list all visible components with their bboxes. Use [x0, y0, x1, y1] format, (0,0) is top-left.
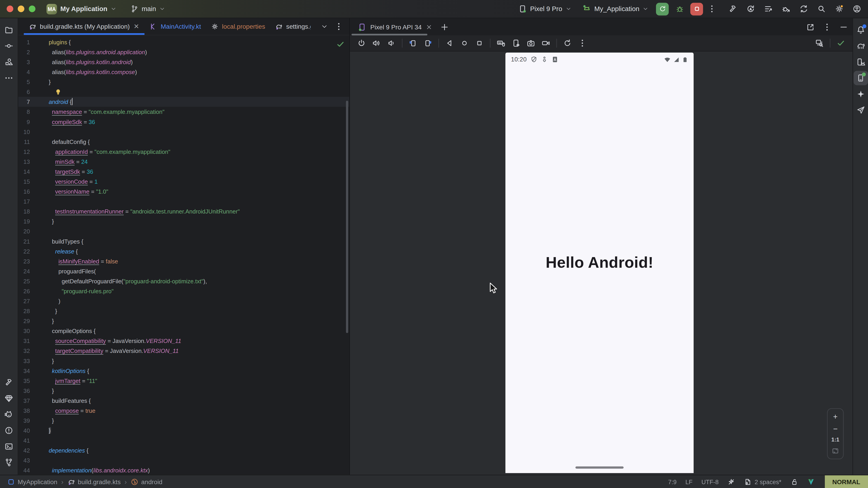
stop-button[interactable]	[690, 2, 703, 15]
hide-icon[interactable]	[839, 22, 848, 31]
inspections-ok-button[interactable]	[835, 37, 847, 49]
attach-debugger-icon[interactable]	[782, 4, 790, 13]
account-icon[interactable]	[852, 4, 861, 13]
tool-stripe-notifications[interactable]	[853, 23, 868, 37]
zoom-reset-button[interactable]: 1:1	[831, 437, 839, 443]
build-icon[interactable]	[728, 4, 737, 13]
device-rotate-right-button[interactable]	[422, 37, 434, 49]
ideavim-icon[interactable]	[807, 478, 814, 486]
screen-record-icon[interactable]	[541, 39, 550, 47]
device-rotate-left-button[interactable]	[407, 37, 419, 49]
tab-options-icon[interactable]	[334, 22, 343, 31]
device-power-button[interactable]	[355, 37, 368, 49]
settings-icon[interactable]	[835, 4, 844, 13]
rerun-button[interactable]	[656, 2, 669, 15]
breadcrumb-item[interactable]: android	[131, 478, 162, 486]
run-configuration-selector[interactable]: My_Application	[579, 3, 652, 15]
tool-stripe-device-manager[interactable]	[853, 55, 868, 69]
vim-mode-badge[interactable]: NORMAL	[825, 475, 868, 488]
zoom-in-button[interactable]: +	[833, 413, 837, 421]
update-arrows-icon[interactable]	[799, 4, 808, 13]
gear-file-icon[interactable]	[211, 23, 219, 30]
zoom-to-fit-icon[interactable]	[831, 447, 839, 455]
intention-bulb-icon[interactable]	[54, 88, 62, 96]
search-everywhere-icon[interactable]	[817, 4, 826, 13]
inspections-ok-icon[interactable]	[836, 39, 845, 47]
screenshot-icon[interactable]	[526, 39, 535, 47]
volume-up-icon[interactable]	[372, 39, 381, 47]
navigation-handle[interactable]	[576, 466, 624, 468]
minimize-window-button[interactable]	[18, 5, 24, 12]
close-tab-icon[interactable]: ✕	[133, 23, 140, 30]
tool-stripe-send-feedback[interactable]	[853, 103, 868, 118]
build-icon[interactable]	[4, 378, 13, 387]
ai-assistant-off-icon[interactable]	[727, 478, 735, 486]
device-nav-back-button[interactable]	[443, 37, 456, 49]
vcs-branch-widget[interactable]: main	[127, 3, 168, 14]
device-restart-button[interactable]	[561, 37, 574, 49]
more-vertical-icon[interactable]	[823, 22, 831, 31]
notifications-icon[interactable]	[856, 26, 865, 34]
project-folder-icon[interactable]	[4, 26, 13, 34]
device-screen-record-button[interactable]	[540, 37, 552, 49]
tool-stripe-build[interactable]	[2, 375, 16, 390]
send-feedback-icon[interactable]	[856, 106, 865, 115]
device-nav-home-button[interactable]	[458, 37, 471, 49]
device-volume-up-button[interactable]	[370, 37, 382, 49]
gradle-file-icon[interactable]	[67, 478, 75, 486]
logcat-icon[interactable]	[4, 410, 13, 419]
project-widget[interactable]: MA My Application	[43, 2, 120, 16]
nav-overview-icon[interactable]	[475, 39, 484, 47]
gradle-file-icon[interactable]	[29, 23, 36, 30]
commit-icon[interactable]	[4, 41, 13, 51]
more-tools-icon[interactable]	[4, 74, 13, 83]
device-hardware-input-button[interactable]	[495, 37, 507, 49]
tool-stripe-running-devices[interactable]	[853, 71, 868, 85]
running-devices-icon[interactable]	[856, 74, 865, 83]
breadcrumb-item[interactable]: build.gradle.kts	[67, 478, 121, 486]
rotate-left-icon[interactable]	[408, 39, 417, 47]
lambda-icon[interactable]	[131, 478, 138, 486]
zoom-out-button[interactable]: −	[833, 425, 837, 432]
profiler-icon[interactable]	[764, 4, 773, 13]
tool-stripe-resource-manager[interactable]	[2, 55, 16, 69]
restart-icon[interactable]	[563, 39, 572, 47]
device-manager-icon[interactable]	[856, 58, 865, 66]
device-more-vertical-button[interactable]	[576, 37, 588, 49]
tool-stripe-project-folder[interactable]	[2, 23, 16, 37]
more-vertical-icon[interactable]	[578, 39, 587, 47]
caret-position[interactable]: 7:9	[668, 478, 677, 485]
line-separator[interactable]: LF	[685, 478, 692, 485]
zoom-window-button[interactable]	[29, 5, 35, 12]
problems-icon[interactable]	[4, 426, 13, 435]
module-icon[interactable]	[7, 478, 15, 486]
more-actions-icon[interactable]	[708, 4, 716, 13]
device-volume-down-button[interactable]	[385, 37, 397, 49]
close-icon[interactable]	[426, 24, 432, 30]
tool-stripe-version-control[interactable]	[2, 455, 16, 470]
device-nav-overview-button[interactable]	[473, 37, 486, 49]
indent-widget[interactable]: 2 spaces*	[744, 478, 781, 486]
nav-back-icon[interactable]	[445, 39, 454, 47]
inspections-status-icon[interactable]	[336, 40, 345, 48]
volume-down-icon[interactable]	[387, 39, 396, 47]
resource-manager-icon[interactable]	[4, 58, 13, 66]
ui-check-button[interactable]	[813, 37, 826, 49]
sync-project-icon[interactable]	[746, 4, 755, 13]
debug-button[interactable]	[673, 2, 686, 15]
gradle-icon[interactable]	[856, 41, 865, 51]
lock-open-icon[interactable]	[790, 478, 798, 486]
file-encoding[interactable]: UTF-8	[702, 478, 719, 485]
editor-tab-settings.g[interactable]: settings.g	[270, 18, 315, 35]
editor-tab-MainActivity.kt[interactable]: MainActivity.kt	[145, 18, 206, 35]
device-screenshot-button[interactable]	[525, 37, 537, 49]
app-quality-insights-icon[interactable]	[4, 394, 13, 403]
tool-stripe-commit[interactable]	[2, 39, 16, 53]
tool-stripe-gemini[interactable]	[853, 87, 868, 101]
close-window-button[interactable]	[6, 5, 13, 12]
editor-tab-build.gradle.kts[interactable]: build.gradle.kts (My Application)✕	[24, 18, 145, 35]
open-in-window-icon[interactable]	[806, 22, 815, 31]
terminal-icon[interactable]	[4, 442, 13, 451]
version-control-icon[interactable]	[4, 458, 13, 467]
power-icon[interactable]	[357, 39, 366, 47]
